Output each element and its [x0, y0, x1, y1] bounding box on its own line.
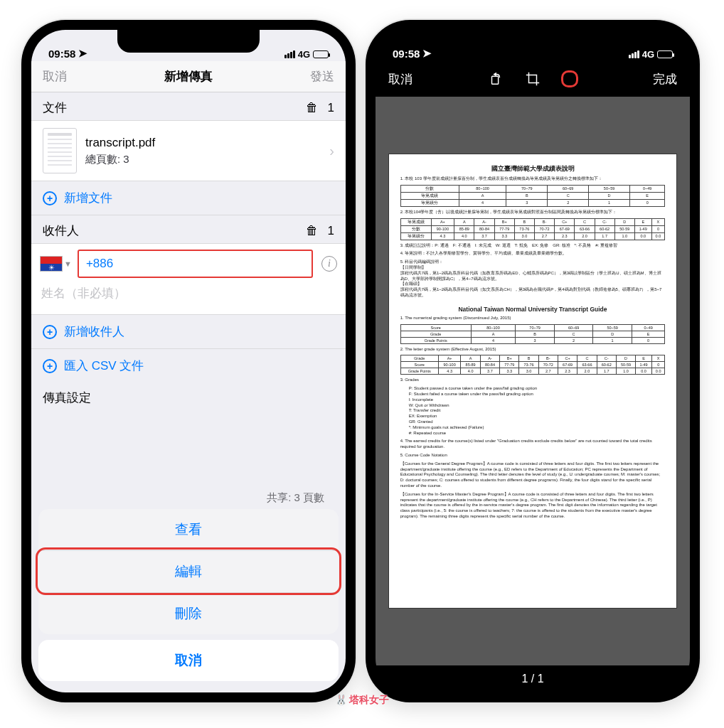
signal-icon — [629, 50, 639, 58]
info-icon[interactable]: i — [321, 256, 337, 272]
grade-legend: P: Student passed a course taken under t… — [400, 386, 666, 436]
network-label: 4G — [298, 49, 310, 60]
phone-left: 09:58 ➤ 4G 取消 新增傳真 發送 文件 🗑 1 — [21, 20, 356, 702]
import-csv-button[interactable]: + 匯入 CSV 文件 — [31, 349, 346, 382]
import-csv-label: 匯入 CSV 文件 — [64, 358, 144, 374]
grade-table-en-1: Score80~10070~7960~6950~590~49GradeABCDE… — [400, 324, 666, 344]
document-pages: 總頁數: 3 — [85, 153, 155, 166]
plus-icon: + — [43, 359, 57, 373]
document-row[interactable]: transcript.pdf 總頁數: 3 › — [31, 120, 346, 181]
recipient-input-group: ▼ +886 i 姓名（非必填） — [31, 243, 346, 315]
share-pages-text: 共享: 3 頁數 — [38, 487, 339, 509]
name-input[interactable]: 姓名（非必填） — [40, 278, 337, 309]
battery-icon — [313, 50, 329, 58]
documents-header: 文件 🗑 1 — [31, 92, 346, 120]
trash-icon[interactable]: 🗑 — [306, 224, 318, 238]
documents-label: 文件 — [43, 100, 67, 116]
add-document-label: 新增文件 — [64, 190, 112, 206]
editor-toolbar: 取消 完成 — [376, 61, 690, 97]
sheet-view-button[interactable]: 查看 — [38, 509, 339, 550]
battery-icon — [657, 50, 673, 58]
plus-icon: + — [43, 325, 57, 339]
phone-right: 09:58 ➤ 4G 取消 — [366, 20, 700, 702]
trash-icon[interactable]: 🗑 — [306, 101, 318, 115]
location-icon: ➤ — [422, 47, 432, 60]
rotate-icon[interactable] — [487, 70, 504, 87]
recipients-label: 收件人 — [43, 223, 79, 239]
grade-table-zh-1: 分數80~10070~7960~6950~590~49等第成績ABCDE等第績分… — [400, 185, 666, 207]
page-indicator: 1 / 1 — [376, 665, 690, 692]
grade-table-zh-2: 等第成績A+AA-B+BB-C+CC-DEX分數90-10085-8980-84… — [400, 218, 666, 240]
fax-settings-label: 傳真設定 — [43, 390, 91, 406]
signal-icon — [284, 50, 295, 58]
chevron-down-icon: ▼ — [64, 259, 72, 268]
action-sheet: 共享: 3 頁數 查看 編輯 刪除 取消 — [38, 487, 339, 681]
nav-bar: 取消 新增傳真 發送 — [31, 61, 346, 92]
send-button[interactable]: 發送 — [310, 68, 334, 85]
flag-icon — [40, 256, 63, 272]
draw-icon[interactable] — [561, 70, 578, 87]
country-picker[interactable]: ▼ — [40, 256, 72, 272]
documents-count: 1 — [328, 101, 334, 115]
status-time: 09:58 — [393, 48, 420, 60]
fax-settings-header: 傳真設定 — [31, 382, 346, 406]
sheet-edit-button[interactable]: 編輯 — [38, 550, 339, 592]
done-button[interactable]: 完成 — [653, 71, 677, 87]
doc-title-en: National Taiwan Normal University Transc… — [400, 306, 666, 313]
add-document-button[interactable]: + 新增文件 — [31, 181, 346, 215]
cancel-button[interactable]: 取消 — [388, 71, 412, 87]
notch — [117, 30, 260, 53]
sheet-delete-button[interactable]: 刪除 — [38, 592, 339, 634]
svg-rect-0 — [492, 76, 499, 84]
watermark: 🐰 塔科女子 — [335, 694, 390, 707]
chevron-right-icon: › — [329, 143, 334, 159]
doc-title-zh: 國立臺灣師範大學成績表說明 — [400, 164, 666, 173]
plus-icon: + — [43, 191, 57, 205]
nav-title: 新增傳真 — [164, 68, 213, 85]
cancel-button[interactable]: 取消 — [43, 68, 67, 85]
sheet-cancel-button[interactable]: 取消 — [38, 640, 339, 681]
document-filename: transcript.pdf — [85, 136, 155, 150]
document-thumb-icon — [43, 128, 77, 173]
add-recipient-label: 新增收件人 — [64, 323, 124, 340]
recipients-count: 1 — [328, 224, 334, 238]
add-recipient-button[interactable]: + 新增收件人 — [31, 315, 346, 349]
grade-table-en-2: GradeA+AA-B+BB-C+CC-DEXScore90-10085-898… — [400, 355, 666, 375]
editor-canvas[interactable]: 國立臺灣師範大學成績表說明 1. 本校 103 學年度前成績計量採百分制，學生成… — [376, 97, 690, 665]
notch — [462, 30, 604, 53]
location-icon: ➤ — [78, 47, 87, 60]
crop-icon[interactable] — [524, 70, 541, 87]
recipients-header: 收件人 🗑 1 — [31, 215, 346, 243]
document-preview: 國立臺灣師範大學成績表說明 1. 本校 103 學年度前成績計量採百分制，學生成… — [388, 154, 678, 609]
phone-number-input[interactable]: +886 — [78, 250, 313, 278]
status-time: 09:58 — [48, 48, 75, 60]
network-label: 4G — [642, 49, 654, 60]
